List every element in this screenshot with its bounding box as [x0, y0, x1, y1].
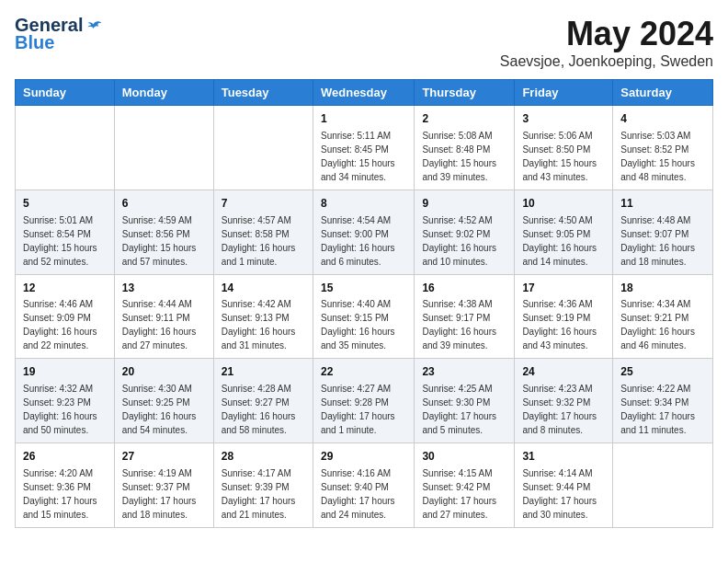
- weekday-header-tuesday: Tuesday: [213, 80, 313, 106]
- day-number: 19: [23, 364, 107, 380]
- day-info: Sunrise: 4:15 AM Sunset: 9:42 PM Dayligh…: [422, 468, 496, 520]
- weekday-header-friday: Friday: [515, 80, 613, 106]
- calendar-week-row: 12Sunrise: 4:46 AM Sunset: 9:09 PM Dayli…: [16, 274, 713, 359]
- calendar-cell: 14Sunrise: 4:42 AM Sunset: 9:13 PM Dayli…: [213, 274, 313, 359]
- logo: General Blue: [15, 15, 103, 53]
- day-info: Sunrise: 4:46 AM Sunset: 9:09 PM Dayligh…: [23, 299, 97, 350]
- calendar-table: SundayMondayTuesdayWednesdayThursdayFrid…: [15, 79, 713, 528]
- weekday-header-saturday: Saturday: [613, 80, 713, 106]
- calendar-cell: 8Sunrise: 4:54 AM Sunset: 9:00 PM Daylig…: [313, 190, 414, 274]
- day-info: Sunrise: 4:27 AM Sunset: 9:28 PM Dayligh…: [321, 384, 395, 435]
- calendar-cell: 9Sunrise: 4:52 AM Sunset: 9:02 PM Daylig…: [415, 190, 515, 274]
- day-number: 25: [620, 364, 705, 380]
- calendar-cell: 22Sunrise: 4:27 AM Sunset: 9:28 PM Dayli…: [313, 359, 414, 443]
- calendar-cell: 10Sunrise: 4:50 AM Sunset: 9:05 PM Dayli…: [515, 190, 613, 274]
- weekday-header-wednesday: Wednesday: [313, 80, 414, 106]
- calendar-cell: 23Sunrise: 4:25 AM Sunset: 9:30 PM Dayli…: [415, 359, 515, 443]
- day-info: Sunrise: 4:36 AM Sunset: 9:19 PM Dayligh…: [522, 299, 597, 350]
- day-info: Sunrise: 4:17 AM Sunset: 9:39 PM Dayligh…: [222, 468, 296, 520]
- day-number: 9: [422, 196, 506, 212]
- calendar-cell: [213, 106, 313, 190]
- calendar-cell: 15Sunrise: 4:40 AM Sunset: 9:15 PM Dayli…: [313, 274, 414, 359]
- day-info: Sunrise: 4:23 AM Sunset: 9:32 PM Dayligh…: [522, 384, 597, 435]
- day-number: 30: [422, 449, 506, 465]
- day-number: 11: [620, 196, 705, 212]
- logo-blue-text: Blue: [15, 32, 54, 53]
- day-number: 2: [422, 111, 506, 127]
- day-info: Sunrise: 4:22 AM Sunset: 9:34 PM Dayligh…: [620, 384, 695, 435]
- day-info: Sunrise: 4:30 AM Sunset: 9:25 PM Dayligh…: [122, 384, 197, 435]
- day-info: Sunrise: 5:01 AM Sunset: 8:54 PM Dayligh…: [23, 215, 97, 267]
- calendar-week-row: 1Sunrise: 5:11 AM Sunset: 8:45 PM Daylig…: [16, 106, 713, 190]
- day-info: Sunrise: 5:06 AM Sunset: 8:50 PM Dayligh…: [522, 131, 597, 182]
- day-number: 29: [321, 449, 406, 465]
- calendar-cell: 7Sunrise: 4:57 AM Sunset: 8:58 PM Daylig…: [213, 190, 313, 274]
- day-number: 21: [222, 364, 305, 380]
- calendar-cell: 29Sunrise: 4:16 AM Sunset: 9:40 PM Dayli…: [313, 443, 414, 528]
- day-number: 10: [522, 196, 605, 212]
- day-info: Sunrise: 4:48 AM Sunset: 9:07 PM Dayligh…: [620, 215, 695, 267]
- calendar-cell: 27Sunrise: 4:19 AM Sunset: 9:37 PM Dayli…: [114, 443, 213, 528]
- day-number: 28: [222, 449, 305, 465]
- calendar-cell: 1Sunrise: 5:11 AM Sunset: 8:45 PM Daylig…: [313, 106, 414, 190]
- day-number: 4: [620, 111, 705, 127]
- day-number: 12: [23, 281, 107, 296]
- calendar-week-row: 5Sunrise: 5:01 AM Sunset: 8:54 PM Daylig…: [16, 190, 713, 274]
- day-info: Sunrise: 4:28 AM Sunset: 9:27 PM Dayligh…: [222, 384, 296, 435]
- weekday-header-thursday: Thursday: [415, 80, 515, 106]
- calendar-week-row: 19Sunrise: 4:32 AM Sunset: 9:23 PM Dayli…: [16, 359, 713, 443]
- page-title: May 2024: [500, 15, 713, 53]
- day-info: Sunrise: 4:20 AM Sunset: 9:36 PM Dayligh…: [23, 468, 97, 520]
- calendar-cell: 17Sunrise: 4:36 AM Sunset: 9:19 PM Dayli…: [515, 274, 613, 359]
- page-header: General Blue May 2024 Saevsjoe, Joenkoep…: [15, 15, 713, 70]
- day-number: 14: [222, 281, 305, 296]
- calendar-cell: 4Sunrise: 5:03 AM Sunset: 8:52 PM Daylig…: [613, 106, 713, 190]
- calendar-cell: [16, 106, 115, 190]
- calendar-cell: 2Sunrise: 5:08 AM Sunset: 8:48 PM Daylig…: [415, 106, 515, 190]
- day-info: Sunrise: 4:50 AM Sunset: 9:05 PM Dayligh…: [522, 215, 597, 267]
- calendar-cell: 11Sunrise: 4:48 AM Sunset: 9:07 PM Dayli…: [613, 190, 713, 274]
- day-number: 6: [122, 196, 206, 212]
- calendar-cell: 26Sunrise: 4:20 AM Sunset: 9:36 PM Dayli…: [16, 443, 115, 528]
- day-number: 1: [321, 111, 406, 127]
- calendar-cell: 3Sunrise: 5:06 AM Sunset: 8:50 PM Daylig…: [515, 106, 613, 190]
- logo-bird-icon: [86, 17, 103, 34]
- day-info: Sunrise: 4:57 AM Sunset: 8:58 PM Dayligh…: [222, 215, 296, 267]
- day-info: Sunrise: 4:59 AM Sunset: 8:56 PM Dayligh…: [122, 215, 197, 267]
- day-number: 13: [122, 281, 206, 296]
- calendar-cell: 18Sunrise: 4:34 AM Sunset: 9:21 PM Dayli…: [613, 274, 713, 359]
- calendar-cell: 20Sunrise: 4:30 AM Sunset: 9:25 PM Dayli…: [114, 359, 213, 443]
- calendar-header-row: SundayMondayTuesdayWednesdayThursdayFrid…: [16, 80, 713, 106]
- calendar-cell: 21Sunrise: 4:28 AM Sunset: 9:27 PM Dayli…: [213, 359, 313, 443]
- day-info: Sunrise: 4:25 AM Sunset: 9:30 PM Dayligh…: [422, 384, 496, 435]
- day-number: 16: [422, 281, 506, 296]
- day-number: 17: [522, 281, 605, 296]
- day-info: Sunrise: 4:16 AM Sunset: 9:40 PM Dayligh…: [321, 468, 395, 520]
- day-info: Sunrise: 5:11 AM Sunset: 8:45 PM Dayligh…: [321, 131, 395, 182]
- day-info: Sunrise: 4:44 AM Sunset: 9:11 PM Dayligh…: [122, 299, 197, 350]
- calendar-cell: 24Sunrise: 4:23 AM Sunset: 9:32 PM Dayli…: [515, 359, 613, 443]
- weekday-header-sunday: Sunday: [16, 80, 115, 106]
- calendar-cell: 19Sunrise: 4:32 AM Sunset: 9:23 PM Dayli…: [16, 359, 115, 443]
- day-number: 20: [122, 364, 206, 380]
- day-number: 18: [620, 281, 705, 296]
- day-number: 22: [321, 364, 406, 380]
- calendar-cell: 5Sunrise: 5:01 AM Sunset: 8:54 PM Daylig…: [16, 190, 115, 274]
- calendar-cell: 31Sunrise: 4:14 AM Sunset: 9:44 PM Dayli…: [515, 443, 613, 528]
- calendar-cell: 12Sunrise: 4:46 AM Sunset: 9:09 PM Dayli…: [16, 274, 115, 359]
- calendar-cell: 16Sunrise: 4:38 AM Sunset: 9:17 PM Dayli…: [415, 274, 515, 359]
- day-number: 31: [522, 449, 605, 465]
- day-info: Sunrise: 4:42 AM Sunset: 9:13 PM Dayligh…: [222, 299, 296, 350]
- day-info: Sunrise: 4:34 AM Sunset: 9:21 PM Dayligh…: [620, 299, 695, 350]
- day-info: Sunrise: 4:19 AM Sunset: 9:37 PM Dayligh…: [122, 468, 197, 520]
- day-number: 8: [321, 196, 406, 212]
- calendar-cell: [613, 443, 713, 528]
- day-info: Sunrise: 5:03 AM Sunset: 8:52 PM Dayligh…: [620, 131, 695, 182]
- calendar-cell: [114, 106, 213, 190]
- day-number: 7: [222, 196, 305, 212]
- title-section: May 2024 Saevsjoe, Joenkoeping, Sweden: [500, 15, 713, 70]
- calendar-cell: 25Sunrise: 4:22 AM Sunset: 9:34 PM Dayli…: [613, 359, 713, 443]
- day-number: 15: [321, 281, 406, 296]
- day-info: Sunrise: 4:38 AM Sunset: 9:17 PM Dayligh…: [422, 299, 496, 350]
- day-number: 3: [522, 111, 605, 127]
